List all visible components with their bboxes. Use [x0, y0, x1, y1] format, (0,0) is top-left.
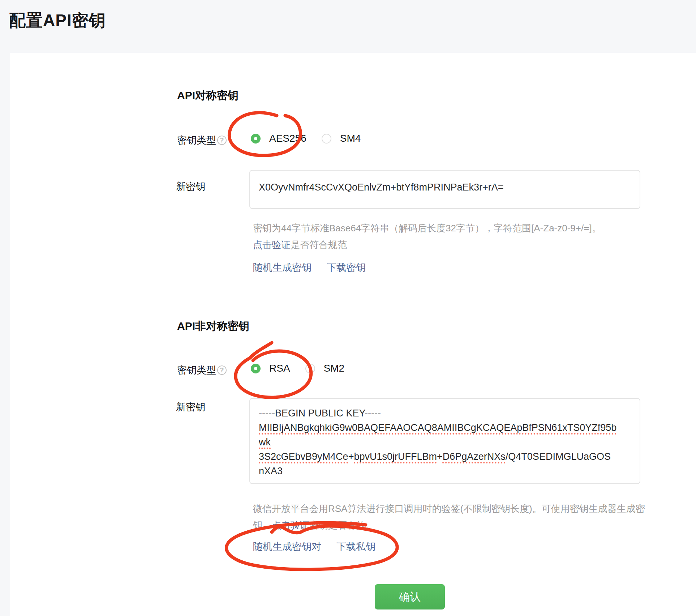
symmetric-key-type-radios: AES256 SM4 [251, 131, 361, 146]
asymmetric-section-title: API非对称密钥 [177, 319, 249, 334]
radio-rsa-label: RSA [269, 363, 290, 374]
new-key-label-asymmetric: 新密钥 [176, 401, 205, 414]
radio-sm2[interactable]: SM2 [305, 363, 345, 374]
radio-sm4-label: SM4 [340, 133, 361, 144]
verify-key-link[interactable]: 点击验证 [253, 239, 291, 250]
symmetric-key-input[interactable]: X0OyvNmfr4ScCvXQoEnlvZm+btYf8mPRINPaEk3r… [249, 170, 640, 209]
help-icon[interactable]: ? [217, 365, 227, 375]
radio-sm4[interactable]: SM4 [322, 133, 361, 144]
symmetric-verify-line: 点击验证是否符合规范 [253, 239, 347, 251]
download-private-key-link[interactable]: 下载私钥 [336, 540, 375, 553]
radio-aes256[interactable]: AES256 [251, 133, 306, 144]
symmetric-section-title: API对称密钥 [177, 88, 239, 103]
verify-key-link[interactable]: 点击验证 [272, 520, 309, 531]
verify-suffix-text: 是否符合规范 [291, 239, 347, 250]
asymmetric-key-links: 随机生成密钥对 下载私钥 [253, 540, 375, 553]
radio-unselected-icon [322, 134, 331, 144]
radio-unselected-icon [305, 364, 315, 373]
page-title: 配置API密钥 [9, 9, 106, 32]
help-icon[interactable]: ? [217, 136, 227, 145]
radio-rsa[interactable]: RSA [251, 363, 290, 374]
asymmetric-key-type-radios: RSA SM2 [251, 360, 344, 376]
radio-selected-icon [251, 364, 261, 373]
symmetric-key-links: 随机生成密钥 下载密钥 [253, 261, 366, 274]
radio-selected-icon [251, 134, 261, 144]
config-card: API对称密钥 密钥类型 ? AES256 SM4 新密钥 X0OyvNmfr4… [10, 53, 696, 616]
asymmetric-key-help-text: 微信开放平台会用RSA算法进行接口调用时的验签(不限制密钥长度)。可使用密钥生成… [253, 500, 650, 534]
help-text-after: 密钥是否有效。 [309, 520, 375, 531]
radio-aes256-label: AES256 [269, 133, 306, 144]
generate-key-link[interactable]: 随机生成密钥 [253, 261, 312, 274]
confirm-button[interactable]: 确认 [375, 584, 445, 609]
key-type-label-symmetric: 密钥类型 ? [177, 134, 227, 147]
key-type-label-text: 密钥类型 [177, 134, 216, 147]
new-key-label-symmetric: 新密钥 [176, 180, 205, 193]
download-key-link[interactable]: 下载密钥 [327, 261, 366, 274]
radio-sm2-label: SM2 [324, 363, 345, 374]
symmetric-key-help-text: 密钥为44字节标准Base64字符串（解码后长度32字节），字符范围[A-Za-… [253, 222, 601, 235]
generate-keypair-link[interactable]: 随机生成密钥对 [253, 540, 321, 553]
key-type-label-text: 密钥类型 [177, 364, 216, 377]
asymmetric-key-input[interactable]: -----BEGIN PUBLIC KEY-----MIIBIjANBgkqhk… [249, 398, 640, 484]
key-type-label-asymmetric: 密钥类型 ? [177, 364, 227, 377]
